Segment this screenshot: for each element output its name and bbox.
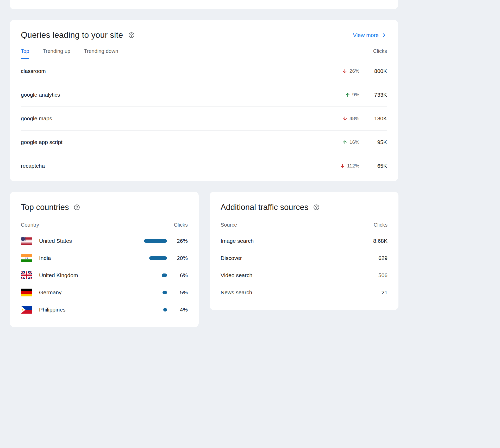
trend-percent: 16% [349, 139, 359, 145]
page: Queries leading to your site View more T… [0, 0, 500, 448]
query-row: google maps 48% 130K [21, 107, 387, 130]
query-name: google maps [21, 115, 52, 122]
countries-table-header: Country Clicks [21, 222, 188, 232]
clicks-bar [163, 308, 167, 312]
traffic-source-name: Image search [221, 238, 254, 244]
clicks-bar [162, 291, 167, 294]
country-row: Germany 5% [21, 284, 188, 301]
trend-percent: 112% [347, 163, 359, 169]
query-clicks-value: 800K [366, 68, 387, 74]
additional-traffic-sources-title: Additional traffic sources [221, 203, 308, 212]
country-clicks-percent: 4% [173, 307, 188, 313]
tab-trending-up[interactable]: Trending up [43, 48, 70, 59]
query-row: recaptcha 112% 65K [21, 154, 387, 178]
trend-indicator: 9% [345, 92, 359, 98]
traffic-source-row: Discover 629 [221, 250, 388, 267]
country-row: Philippines 4% [21, 301, 188, 318]
previous-card-remnant [10, 0, 398, 9]
query-rows: classroom 26% 800K google analytics [10, 59, 398, 181]
flag-germany-icon [21, 289, 32, 296]
flag-united-states-icon [21, 237, 32, 245]
chevron-right-icon [381, 32, 387, 38]
query-name: google app script [21, 139, 63, 145]
country-row: United Kingdom 6% [21, 267, 188, 284]
country-clicks-percent: 20% [173, 255, 188, 261]
additional-traffic-sources-card: Additional traffic sources Source Clicks… [210, 192, 398, 310]
flag-philippines-icon [21, 306, 32, 314]
trend-percent: 26% [349, 68, 359, 74]
view-more-label: View more [353, 32, 379, 38]
trend-percent: 9% [352, 92, 359, 98]
top-countries-title: Top countries [21, 203, 69, 212]
clicks-bar [162, 273, 167, 277]
query-name: recaptcha [21, 163, 45, 169]
top-countries-card: Top countries Country Clicks [10, 192, 199, 327]
country-row: United States 26% [21, 232, 188, 250]
trend-indicator: 16% [342, 139, 359, 145]
flag-india-icon [21, 254, 32, 262]
query-row: google analytics 9% 733K [21, 83, 387, 107]
arrow-down-icon [340, 163, 345, 169]
clicks-bar [144, 239, 167, 243]
traffic-source-row: Video search 506 [221, 267, 388, 284]
traffic-source-clicks: 506 [378, 272, 388, 278]
query-clicks-value: 130K [366, 115, 387, 122]
traffic-table-header: Source Clicks [221, 222, 388, 232]
country-name: India [39, 255, 51, 261]
query-name: classroom [21, 68, 46, 74]
query-clicks-value: 95K [366, 139, 387, 145]
arrow-up-icon [345, 92, 351, 98]
trend-percent: 48% [349, 116, 359, 121]
clicks-column-header: Clicks [174, 222, 188, 228]
help-icon[interactable] [313, 204, 320, 211]
bottom-grid: Top countries Country Clicks [10, 192, 490, 327]
traffic-source-row: Image search 8.68K [221, 232, 388, 250]
queries-card-header: Queries leading to your site View more [10, 20, 398, 40]
trend-indicator: 26% [342, 68, 359, 74]
traffic-source-clicks: 21 [382, 289, 388, 296]
traffic-source-name: News search [221, 289, 252, 296]
flag-united-kingdom-icon [21, 271, 32, 279]
queries-card-title: Queries leading to your site [21, 30, 123, 40]
trend-indicator: 112% [340, 163, 359, 169]
arrow-down-icon [342, 116, 348, 121]
source-column-header: Source [221, 222, 237, 228]
traffic-source-name: Discover [221, 255, 242, 261]
arrow-down-icon [342, 68, 348, 74]
country-column-header: Country [21, 222, 39, 228]
traffic-source-name: Video search [221, 272, 252, 278]
clicks-bar [149, 256, 167, 260]
help-icon[interactable] [73, 204, 80, 211]
country-name: Philippines [39, 307, 66, 313]
arrow-up-icon [342, 139, 348, 145]
country-clicks-percent: 26% [173, 238, 188, 244]
country-name: Germany [39, 289, 61, 296]
tab-trending-down[interactable]: Trending down [84, 48, 118, 59]
country-name: United States [39, 238, 72, 244]
country-name: United Kingdom [39, 272, 78, 278]
clicks-column-header: Clicks [373, 48, 387, 59]
queries-tabs-row: Top Trending up Trending down Clicks [10, 48, 398, 59]
clicks-column-header: Clicks [374, 222, 388, 228]
traffic-source-row: News search 21 [221, 284, 388, 301]
query-clicks-value: 65K [366, 163, 387, 169]
traffic-source-clicks: 629 [378, 255, 388, 261]
country-clicks-percent: 6% [173, 272, 188, 278]
queries-card: Queries leading to your site View more T… [10, 20, 398, 181]
query-row: classroom 26% 800K [21, 59, 387, 83]
tab-top[interactable]: Top [21, 48, 29, 59]
trend-indicator: 48% [342, 116, 359, 121]
query-name: google analytics [21, 92, 60, 98]
view-more-link[interactable]: View more [353, 32, 387, 38]
help-icon[interactable] [128, 32, 135, 39]
country-row: India 20% [21, 250, 188, 267]
country-clicks-percent: 5% [173, 289, 188, 296]
query-clicks-value: 733K [366, 92, 387, 98]
traffic-source-clicks: 8.68K [373, 238, 388, 244]
query-row: google app script 16% 95K [21, 130, 387, 154]
